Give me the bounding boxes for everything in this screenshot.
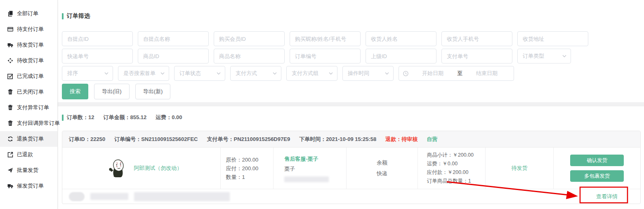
sort-select[interactable]: 排序 xyxy=(62,66,113,81)
filter-title-text: 订单筛选 xyxy=(67,12,90,20)
search-button[interactable]: 搜索 xyxy=(62,84,88,99)
main-content: 订单筛选 订单类型 排序 xyxy=(58,0,644,209)
confirm-ship-button[interactable]: 确认发货 xyxy=(570,155,624,166)
truck-icon xyxy=(7,183,13,189)
sidebar-item-all-orders[interactable]: 全部订单 xyxy=(0,6,57,21)
section-divider xyxy=(58,102,644,106)
sidebar-item-completed[interactable]: 已完成订单 xyxy=(0,68,57,84)
pickup-name-input[interactable] xyxy=(138,31,209,46)
payment-method-balance: 余额 xyxy=(377,157,387,168)
order-card-footer: 查看详情 xyxy=(62,189,640,204)
order-card-body: 阿部测试（勿改动） 原价：200.00 应付：200.00 数量：1 售后客服-… xyxy=(62,148,640,189)
self-operated-badge: 自营 xyxy=(427,136,437,143)
product-name[interactable]: 阿部测试（勿改动） xyxy=(134,164,182,172)
view-detail-link[interactable]: 查看详情 xyxy=(596,193,618,200)
sidebar-item-batch-ship[interactable]: 批量发货 xyxy=(0,162,57,178)
receiver-phone-input[interactable] xyxy=(441,31,512,46)
date-range-separator: 至 xyxy=(457,70,462,77)
service-contact-name: 栗子 xyxy=(284,164,346,174)
buyer-nickname-input[interactable] xyxy=(290,31,361,46)
clock-icon xyxy=(403,71,408,76)
chevron-down-icon xyxy=(329,72,333,75)
product-id-input[interactable] xyxy=(138,49,209,63)
payment-no-input[interactable] xyxy=(441,49,512,63)
export-new-button[interactable]: 导出(新) xyxy=(135,84,171,99)
buyer-member-id-input[interactable] xyxy=(214,31,285,46)
order-status-select[interactable]: 订单状态 xyxy=(174,66,225,81)
pay-method-group-select[interactable]: 支付方式组 xyxy=(286,66,337,81)
order-type-select[interactable]: 订单类型 xyxy=(517,49,571,63)
green-bar-accent xyxy=(62,13,64,19)
end-date-placeholder[interactable]: 结束日期 xyxy=(464,70,510,77)
product-avatar xyxy=(108,159,127,178)
amounts-column: 商品小计：￥200.00 运费：￥0.00 应付款：￥200.00 订单商品总数… xyxy=(418,148,486,189)
chevron-down-icon xyxy=(160,72,165,75)
date-range-picker[interactable]: 开始日期 至 结束日期 xyxy=(399,66,514,81)
sidebar-item-pending-payment[interactable]: 待支付订单 xyxy=(0,21,57,37)
sidebar-item-payment-exception[interactable]: 支付异常订单 xyxy=(0,100,57,115)
trash-icon xyxy=(7,120,13,126)
redacted-buyer-name xyxy=(90,193,128,200)
sidebar-item-refunded[interactable]: 已退款 xyxy=(0,147,57,162)
order-summary-bar: 订单数：12 订单金额：855.12 运费：0.00 xyxy=(62,114,641,121)
order-pay-no: 支付单号：PN21100915256D97E9 xyxy=(207,136,290,143)
chevron-down-icon xyxy=(104,72,109,75)
pay-method-select[interactable]: 支付方式 xyxy=(230,66,281,81)
payable-price: 应付：200.00 xyxy=(226,164,273,173)
redacted-contact-info xyxy=(284,176,329,182)
receive-box-icon xyxy=(7,58,13,63)
first-order-select-value: 是否搜索首单 xyxy=(123,70,156,77)
order-status-select-value: 订单状态 xyxy=(179,70,201,77)
status-column: 待发货 xyxy=(486,148,554,189)
order-card: 订单ID：22250 订单编号：SN2110091525602FEC 支付单号：… xyxy=(62,131,641,204)
multi-package-ship-button[interactable]: 多包裹发货 xyxy=(570,170,624,182)
parent-id-input[interactable] xyxy=(366,49,436,63)
refund-status-badge: 退款：待审核 xyxy=(385,136,418,143)
sidebar-item-closed[interactable]: 已关闭订单 xyxy=(0,84,57,100)
receiver-name-input[interactable] xyxy=(366,31,436,46)
refresh-icon xyxy=(7,136,13,142)
tracking-number-input[interactable] xyxy=(62,49,133,63)
export-icon xyxy=(7,152,13,157)
goods-subtotal: 商品小计：￥200.00 xyxy=(427,151,485,160)
filter-row-2: 订单类型 xyxy=(62,49,641,63)
first-order-select[interactable]: 是否搜索首单 xyxy=(118,66,169,81)
quantity: 数量：1 xyxy=(226,173,273,181)
amount-payable: 应付款：￥200.00 xyxy=(427,168,485,177)
sidebar-item-label: 已完成订单 xyxy=(17,73,44,80)
operate-time-select[interactable]: 操作时间 xyxy=(342,66,394,81)
sidebar-item-payment-callback-exception[interactable]: 支付回调异常订单 xyxy=(0,115,57,131)
sidebar-item-label: 全部订单 xyxy=(17,10,38,17)
sidebar-item-label: 批量发货 xyxy=(17,167,38,174)
pickup-id-input[interactable] xyxy=(62,31,133,46)
product-name-input[interactable] xyxy=(214,49,285,63)
trash-icon xyxy=(7,89,13,95)
sidebar-item-pending-shipment[interactable]: 待发货订单 xyxy=(0,37,57,53)
freight-amount: 运费：￥0.00 xyxy=(427,160,485,168)
sidebar-item-label: 催发货订单 xyxy=(17,182,44,190)
export-old-button[interactable]: 导出(旧) xyxy=(94,84,130,99)
filter-buttons-row: 搜索 导出(旧) 导出(新) xyxy=(62,84,641,99)
sidebar-item-pending-receipt[interactable]: 待收货订单 xyxy=(0,53,57,68)
receiver-address-input[interactable] xyxy=(517,31,588,46)
order-sn-input[interactable] xyxy=(290,49,361,63)
sidebar-item-urge-ship[interactable]: 催发货订单 xyxy=(0,178,57,194)
order-id: 订单ID：22250 xyxy=(69,136,105,143)
actions-column: 确认发货 多包裹发货 xyxy=(554,148,640,189)
files-icon xyxy=(7,11,13,16)
sidebar-item-label: 待发货订单 xyxy=(17,41,44,49)
filter-row-3: 排序 是否搜索首单 订单状态 支付方式 支付方式组 操作时间 xyxy=(62,66,641,81)
sidebar-item-label: 支付回调异常订单 xyxy=(17,120,60,127)
sidebar-item-return-exchange[interactable]: 退换货订单 xyxy=(0,131,57,147)
pay-method-group-select-value: 支付方式组 xyxy=(292,70,318,77)
sidebar: 全部订单 待支付订单 待发货订单 待收货订单 已完成订单 已关闭订单 支付异常订… xyxy=(0,0,58,209)
start-date-placeholder[interactable]: 开始日期 xyxy=(410,70,455,77)
price-column: 原价：200.00 应付：200.00 数量：1 xyxy=(221,148,274,189)
service-column: 售后客服-栗子 栗子 xyxy=(274,148,347,189)
check-square-icon xyxy=(7,73,13,79)
order-status-badge: 待发货 xyxy=(511,164,527,172)
total-goods-count: 订单商品总数量：1 xyxy=(427,177,485,186)
sidebar-item-label: 待支付订单 xyxy=(17,26,44,33)
original-price: 原价：200.00 xyxy=(226,155,273,164)
payment-column: 余额 快递 xyxy=(347,148,418,189)
